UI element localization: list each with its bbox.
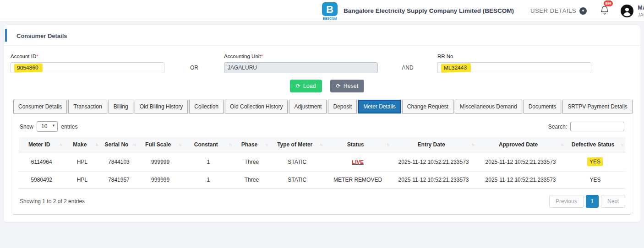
required-asterisk: * — [36, 54, 38, 59]
brand: B BESCOM Bangalore Electricity Supply Co… — [321, 1, 514, 21]
tab-change-request[interactable]: Change Request — [402, 100, 453, 113]
cell-defective-status: YES — [565, 172, 625, 189]
sort-icon: ↑↓ — [320, 142, 322, 147]
cell-full-scale: 999999 — [137, 172, 183, 189]
table-row: 5980492 HPL 7841957 999999 1 Three STATI… — [19, 172, 625, 189]
tab-transaction[interactable]: Transaction — [68, 100, 107, 113]
or-separator: OR — [164, 62, 224, 73]
live-status-link[interactable]: LIVE — [352, 159, 364, 165]
consumer-details-card: Consumer Details Account ID* 9054860 OR … — [4, 25, 640, 222]
col-header-entry-date[interactable]: Entry Date↑↓ — [391, 137, 476, 152]
account-id-field-group: Account ID* 9054860 — [11, 54, 164, 73]
sort-icon: ↑↓ — [561, 142, 563, 147]
load-button[interactable]: ⟳Load — [290, 80, 322, 92]
cell-meter-id: 5980492 — [19, 172, 64, 189]
accounting-unit-field-group: Accounting Unit* JAGALURU — [224, 54, 378, 73]
cell-defective-status: YES — [565, 152, 625, 172]
accounting-unit-label: Accounting Unit* — [224, 54, 378, 59]
rr-no-value-highlight: ML32443 — [441, 63, 471, 72]
col-header-phase[interactable]: Phase↑↓ — [234, 137, 270, 152]
col-header-make[interactable]: Make↑↓ — [64, 137, 100, 152]
col-header-serial-no[interactable]: Serial No↑↓ — [100, 137, 137, 152]
sort-icon: ↑↓ — [471, 142, 474, 147]
show-label: Show — [20, 124, 33, 130]
sort-icon: ↑↓ — [133, 142, 135, 147]
cell-serial-no: 7844103 — [100, 152, 137, 172]
cell-full-scale: 999999 — [137, 152, 183, 172]
col-header-defective-status[interactable]: Defective Status↑↓ — [565, 137, 625, 152]
account-id-value-highlight: 9054860 — [14, 63, 43, 72]
form-actions: ⟳Load ⟳Reset — [4, 80, 640, 92]
section-title-row: Consumer Details — [4, 25, 640, 46]
rr-no-field-group: RR No ML32443 — [437, 54, 591, 73]
required-asterisk: * — [261, 54, 263, 59]
avatar — [621, 5, 633, 17]
cell-constant: 1 — [183, 152, 234, 172]
user-location: JAGALURU — [638, 12, 644, 17]
tab-adjustment[interactable]: Adjustment — [289, 100, 327, 113]
page-size-select[interactable]: 10▾ — [37, 121, 58, 132]
cell-status: METER REMOVED — [324, 172, 391, 189]
col-header-approved-date[interactable]: Approved Date↑↓ — [476, 137, 565, 152]
tab-old-billing-history[interactable]: Old Billing History — [135, 100, 188, 113]
tab-srtpv-payment-details[interactable]: SRTPV Payment Details — [562, 100, 633, 113]
and-separator: AND — [378, 62, 437, 73]
svg-text:B: B — [326, 4, 333, 15]
account-id-label: Account ID* — [11, 54, 164, 59]
entries-label: entries — [61, 124, 77, 130]
notification-count-badge: 899 — [604, 0, 612, 6]
col-header-constant[interactable]: Constant↑↓ — [183, 137, 234, 152]
table-row: 6114964 HPL 7844103 999999 1 Three STATI… — [19, 152, 625, 172]
rr-no-input[interactable]: ML32443 — [437, 62, 591, 73]
pagination: Previous 1 Next — [549, 195, 625, 208]
cell-status: LIVE — [324, 152, 391, 172]
table-header-row: Meter ID↑↓ Make↑↓ Serial No↑↓ Full Scale… — [19, 137, 625, 152]
col-header-type-of-meter[interactable]: Type of Meter↑↓ — [270, 137, 324, 152]
previous-page-button[interactable]: Previous — [549, 195, 584, 208]
page-1-button[interactable]: 1 — [586, 195, 599, 208]
cell-meter-id: 6114964 — [19, 152, 64, 172]
cell-serial-no: 7841957 — [100, 172, 137, 189]
tab-bar: Consumer Details Transaction Billing Old… — [13, 99, 631, 114]
meter-details-table: Meter ID↑↓ Make↑↓ Serial No↑↓ Full Scale… — [19, 137, 625, 189]
cell-phase: Three — [234, 172, 270, 189]
user-name: MADHU YADAV M — [638, 5, 644, 11]
sort-icon: ↑↓ — [95, 142, 98, 147]
table-search: Search: — [548, 122, 624, 131]
cell-approved-date: 2025-11-12 10:52:21.233573 — [476, 172, 565, 189]
bescom-logo-icon: B BESCOM — [321, 1, 339, 21]
tab-billing[interactable]: Billing — [109, 100, 133, 113]
sort-icon: ↑↓ — [265, 142, 267, 147]
defective-status-highlight: YES — [587, 157, 603, 167]
tab-documents[interactable]: Documents — [524, 100, 562, 113]
col-header-full-scale[interactable]: Full Scale↑↓ — [137, 137, 183, 152]
showing-entries-text: Showing 1 to 2 of 2 entries — [19, 198, 85, 205]
refresh-icon: ⟳ — [296, 83, 300, 89]
table-footer: Showing 1 to 2 of 2 entries Previous 1 N… — [19, 195, 625, 208]
tab-deposit[interactable]: Deposit — [328, 100, 357, 113]
meter-details-panel: Show 10▾ entries Search: Meter ID↑↓ Make… — [13, 114, 631, 215]
tab-meter-details[interactable]: Meter Details — [358, 100, 401, 113]
brand-title: Bangalore Electricity Supply Company Lim… — [344, 7, 514, 14]
notifications-button[interactable]: 899 — [600, 5, 610, 17]
lookup-form: Account ID* 9054860 OR Accounting Unit* … — [4, 46, 640, 73]
cell-phase: Three — [234, 152, 270, 172]
tab-miscellaneous-demand[interactable]: Miscellaneous Demand — [455, 100, 522, 113]
account-id-input[interactable]: 9054860 — [11, 62, 164, 73]
reset-button[interactable]: ⟳Reset — [330, 80, 365, 92]
search-input[interactable] — [570, 122, 624, 131]
page-title: Consumer Details — [16, 32, 67, 39]
tab-consumer-details[interactable]: Consumer Details — [13, 100, 67, 113]
tab-old-collection-history[interactable]: Old Collection History — [225, 100, 288, 113]
cell-make: HPL — [64, 152, 100, 172]
accounting-unit-input: JAGALURU — [224, 62, 378, 73]
cell-type-of-meter: STATIC — [270, 172, 324, 189]
tab-collection[interactable]: Collection — [189, 100, 224, 113]
select-caret-icon: ▾ — [53, 123, 55, 128]
profile-menu[interactable]: MADHU YADAV M JAGALURU — [621, 5, 644, 17]
col-header-status[interactable]: Status↑↓ — [324, 137, 391, 152]
col-header-meter-id[interactable]: Meter ID↑↓ — [19, 137, 64, 152]
next-page-button[interactable]: Next — [601, 195, 625, 208]
sort-icon: ↑↓ — [179, 142, 181, 147]
user-details-menu[interactable]: USER DETAILS ▼ — [530, 7, 587, 15]
